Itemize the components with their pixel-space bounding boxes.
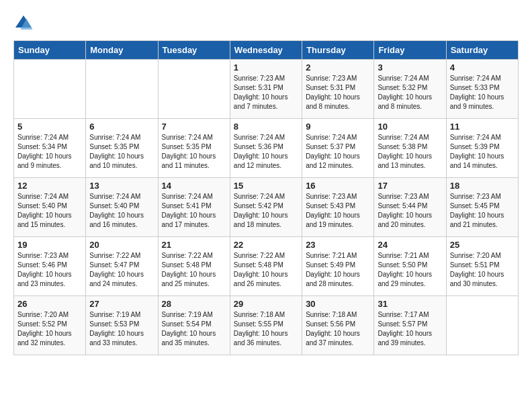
day-info: Sunrise: 7:18 AM Sunset: 5:55 PM Dayligh…	[234, 310, 298, 348]
day-number: 27	[89, 299, 154, 309]
day-number: 11	[450, 122, 515, 132]
day-info: Sunrise: 7:22 AM Sunset: 5:48 PM Dayligh…	[162, 251, 226, 289]
day-cell: 2Sunrise: 7:23 AM Sunset: 5:31 PM Daylig…	[302, 60, 374, 119]
day-header-sunday: Sunday	[14, 41, 86, 60]
day-cell: 30Sunrise: 7:18 AM Sunset: 5:56 PM Dayli…	[302, 296, 374, 355]
day-info: Sunrise: 7:22 AM Sunset: 5:48 PM Dayligh…	[234, 251, 298, 289]
day-number: 19	[17, 240, 82, 250]
week-row-5: 26Sunrise: 7:20 AM Sunset: 5:52 PM Dayli…	[14, 296, 519, 355]
day-cell: 19Sunrise: 7:23 AM Sunset: 5:46 PM Dayli…	[14, 237, 86, 296]
day-number: 21	[162, 240, 226, 250]
day-header-saturday: Saturday	[446, 41, 518, 60]
day-cell: 13Sunrise: 7:24 AM Sunset: 5:40 PM Dayli…	[86, 178, 158, 237]
day-header-monday: Monday	[86, 41, 158, 60]
day-number: 16	[306, 181, 370, 191]
day-info: Sunrise: 7:20 AM Sunset: 5:51 PM Dayligh…	[450, 251, 515, 289]
day-number: 5	[17, 122, 82, 132]
day-number: 1	[234, 62, 298, 73]
day-info: Sunrise: 7:23 AM Sunset: 5:31 PM Dayligh…	[306, 74, 370, 111]
calendar-table: SundayMondayTuesdayWednesdayThursdayFrid…	[13, 40, 519, 355]
day-cell	[446, 296, 518, 355]
day-number: 17	[378, 181, 442, 191]
day-info: Sunrise: 7:24 AM Sunset: 5:36 PM Dayligh…	[234, 133, 298, 171]
day-cell	[86, 60, 158, 119]
day-info: Sunrise: 7:21 AM Sunset: 5:49 PM Dayligh…	[306, 251, 370, 289]
day-number: 30	[306, 299, 370, 309]
week-row-3: 12Sunrise: 7:24 AM Sunset: 5:40 PM Dayli…	[14, 178, 519, 237]
day-cell: 17Sunrise: 7:23 AM Sunset: 5:44 PM Dayli…	[374, 178, 446, 237]
day-number: 26	[17, 299, 82, 309]
day-info: Sunrise: 7:24 AM Sunset: 5:35 PM Dayligh…	[162, 133, 226, 171]
day-number: 2	[306, 62, 370, 73]
day-cell: 23Sunrise: 7:21 AM Sunset: 5:49 PM Dayli…	[302, 237, 374, 296]
day-info: Sunrise: 7:24 AM Sunset: 5:35 PM Dayligh…	[89, 133, 154, 171]
day-cell: 16Sunrise: 7:23 AM Sunset: 5:43 PM Dayli…	[302, 178, 374, 237]
day-cell: 26Sunrise: 7:20 AM Sunset: 5:52 PM Dayli…	[14, 296, 86, 355]
day-cell: 8Sunrise: 7:24 AM Sunset: 5:36 PM Daylig…	[230, 119, 302, 178]
day-info: Sunrise: 7:24 AM Sunset: 5:33 PM Dayligh…	[450, 74, 515, 111]
week-row-1: 1Sunrise: 7:23 AM Sunset: 5:31 PM Daylig…	[14, 60, 519, 119]
day-cell: 24Sunrise: 7:21 AM Sunset: 5:50 PM Dayli…	[374, 237, 446, 296]
logo	[13, 13, 37, 34]
day-info: Sunrise: 7:24 AM Sunset: 5:34 PM Dayligh…	[17, 133, 82, 171]
day-number: 18	[450, 181, 515, 191]
day-info: Sunrise: 7:24 AM Sunset: 5:32 PM Dayligh…	[378, 74, 442, 111]
day-info: Sunrise: 7:18 AM Sunset: 5:56 PM Dayligh…	[306, 310, 370, 348]
day-cell: 7Sunrise: 7:24 AM Sunset: 5:35 PM Daylig…	[158, 119, 230, 178]
day-info: Sunrise: 7:20 AM Sunset: 5:52 PM Dayligh…	[17, 310, 82, 348]
day-number: 7	[162, 122, 226, 132]
day-number: 9	[306, 122, 370, 132]
header-row: SundayMondayTuesdayWednesdayThursdayFrid…	[14, 41, 519, 60]
day-cell: 14Sunrise: 7:24 AM Sunset: 5:41 PM Dayli…	[158, 178, 230, 237]
day-info: Sunrise: 7:24 AM Sunset: 5:40 PM Dayligh…	[89, 192, 154, 230]
day-cell: 22Sunrise: 7:22 AM Sunset: 5:48 PM Dayli…	[230, 237, 302, 296]
day-cell: 3Sunrise: 7:24 AM Sunset: 5:32 PM Daylig…	[374, 60, 446, 119]
day-cell: 15Sunrise: 7:24 AM Sunset: 5:42 PM Dayli…	[230, 178, 302, 237]
day-cell: 1Sunrise: 7:23 AM Sunset: 5:31 PM Daylig…	[230, 60, 302, 119]
day-number: 12	[17, 181, 82, 191]
day-info: Sunrise: 7:19 AM Sunset: 5:53 PM Dayligh…	[89, 310, 154, 348]
day-number: 31	[378, 299, 442, 309]
day-header-tuesday: Tuesday	[158, 41, 230, 60]
day-cell: 4Sunrise: 7:24 AM Sunset: 5:33 PM Daylig…	[446, 60, 518, 119]
day-number: 10	[378, 122, 442, 132]
day-info: Sunrise: 7:17 AM Sunset: 5:57 PM Dayligh…	[378, 310, 442, 348]
day-info: Sunrise: 7:23 AM Sunset: 5:45 PM Dayligh…	[450, 192, 515, 230]
day-info: Sunrise: 7:24 AM Sunset: 5:38 PM Dayligh…	[378, 133, 442, 171]
day-number: 3	[378, 62, 442, 73]
day-info: Sunrise: 7:22 AM Sunset: 5:47 PM Dayligh…	[89, 251, 154, 289]
day-cell: 6Sunrise: 7:24 AM Sunset: 5:35 PM Daylig…	[86, 119, 158, 178]
day-cell: 12Sunrise: 7:24 AM Sunset: 5:40 PM Dayli…	[14, 178, 86, 237]
day-cell: 9Sunrise: 7:24 AM Sunset: 5:37 PM Daylig…	[302, 119, 374, 178]
day-number: 22	[234, 240, 298, 250]
day-info: Sunrise: 7:24 AM Sunset: 5:42 PM Dayligh…	[234, 192, 298, 230]
day-number: 28	[162, 299, 226, 309]
day-cell: 5Sunrise: 7:24 AM Sunset: 5:34 PM Daylig…	[14, 119, 86, 178]
day-number: 23	[306, 240, 370, 250]
day-number: 29	[234, 299, 298, 309]
day-cell: 20Sunrise: 7:22 AM Sunset: 5:47 PM Dayli…	[86, 237, 158, 296]
day-number: 25	[450, 240, 515, 250]
day-info: Sunrise: 7:24 AM Sunset: 5:37 PM Dayligh…	[306, 133, 370, 171]
week-row-4: 19Sunrise: 7:23 AM Sunset: 5:46 PM Dayli…	[14, 237, 519, 296]
week-row-2: 5Sunrise: 7:24 AM Sunset: 5:34 PM Daylig…	[14, 119, 519, 178]
day-info: Sunrise: 7:23 AM Sunset: 5:43 PM Dayligh…	[306, 192, 370, 230]
day-number: 13	[89, 181, 154, 191]
day-number: 15	[234, 181, 298, 191]
day-info: Sunrise: 7:24 AM Sunset: 5:39 PM Dayligh…	[450, 133, 515, 171]
day-cell: 10Sunrise: 7:24 AM Sunset: 5:38 PM Dayli…	[374, 119, 446, 178]
day-cell: 27Sunrise: 7:19 AM Sunset: 5:53 PM Dayli…	[86, 296, 158, 355]
day-cell: 21Sunrise: 7:22 AM Sunset: 5:48 PM Dayli…	[158, 237, 230, 296]
day-header-thursday: Thursday	[302, 41, 374, 60]
day-number: 4	[450, 62, 515, 73]
day-number: 24	[378, 240, 442, 250]
page-header	[13, 13, 519, 34]
day-cell: 31Sunrise: 7:17 AM Sunset: 5:57 PM Dayli…	[374, 296, 446, 355]
day-cell: 29Sunrise: 7:18 AM Sunset: 5:55 PM Dayli…	[230, 296, 302, 355]
day-number: 8	[234, 122, 298, 132]
day-cell: 18Sunrise: 7:23 AM Sunset: 5:45 PM Dayli…	[446, 178, 518, 237]
day-cell: 28Sunrise: 7:19 AM Sunset: 5:54 PM Dayli…	[158, 296, 230, 355]
day-info: Sunrise: 7:23 AM Sunset: 5:46 PM Dayligh…	[17, 251, 82, 289]
day-cell	[14, 60, 86, 119]
day-info: Sunrise: 7:24 AM Sunset: 5:40 PM Dayligh…	[17, 192, 82, 230]
